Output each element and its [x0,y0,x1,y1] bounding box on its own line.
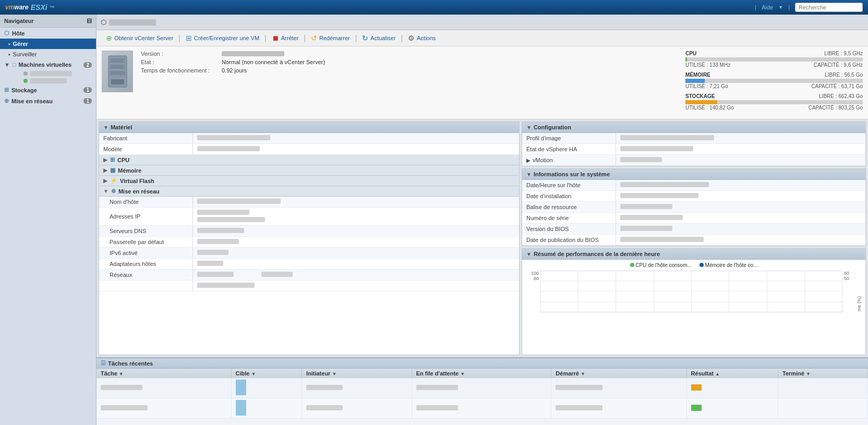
storage-stat-free: LIBRE : 662,43 Go [819,93,863,99]
sidebar-section-storage[interactable]: ⊞ Stockage 1 [0,84,96,95]
networks-value [193,270,519,280]
sidebar-collapse-btn[interactable]: ⊟ [87,17,92,25]
vmotion-expand-icon[interactable]: ▶ [526,157,531,163]
server-image [102,51,133,92]
col-task[interactable]: Tâche ▼ [97,369,231,378]
storage-icon: ⊞ [4,87,9,93]
sort-started-icon: ▼ [581,371,585,377]
gateway-row: Passerelle par défaut [99,237,519,248]
storage-bar-bg [685,100,863,104]
sidebar-header: Navigateur ⊟ [0,15,96,28]
target-cell-2 [231,398,302,419]
cpu-expand-icon[interactable]: ▶ [103,157,107,163]
storage-used: UTILISÉ : 140,82 Go [685,105,734,111]
adapters-label: Adaptateurs hôtes [99,259,193,269]
network-section-label: Mise en réseau [118,188,160,195]
memory-legend-dot [700,263,704,267]
stop-icon: ⏹ [272,34,279,42]
tasks-label: Tâches récentes [108,360,153,367]
create-vm-button[interactable]: ⊞ Créer/Enregistrer une VM [182,32,263,44]
vm2-status-icon [23,79,28,83]
task-cell-2 [97,398,231,419]
manage-icon: ▪ [8,41,10,47]
col-started[interactable]: Démarré ▼ [551,369,686,378]
col-result[interactable]: Résultat ▲ [686,369,778,378]
memory-section-row[interactable]: ▶ ▦ Mémoire [99,165,519,176]
tasks-area: ☰ Tâches récentes Tâche ▼ Cible ▼ [97,357,868,425]
cpu-used: UTILISÉ : 133 MHz [685,62,730,68]
content-header: ⬡ [97,15,868,30]
chart-container: CPU de l'hôte consom... Mémoire de l'hôt… [522,260,865,322]
monitor-label: Surveiller [13,51,37,57]
col-queued[interactable]: En file d'attente ▼ [412,369,551,378]
vm-item-1[interactable] [0,70,96,77]
vms-badge: 2 [83,62,92,68]
config-collapse-icon[interactable]: ▼ [526,125,532,130]
restart-button[interactable]: ↺ Redémarrer [307,32,354,44]
model-label: Modèle [99,144,193,154]
cpu-section-row[interactable]: ▶ ⊞ CPU [99,155,519,165]
top-bar-right: | Aide ▼ | [755,3,863,12]
vflash-section-icon: ⚡ [110,177,117,184]
sidebar-item-monitor[interactable]: ▪ Surveiller [0,49,96,59]
uptime-value: 0.92 jours [222,67,247,74]
help-link[interactable]: Aide [762,4,773,10]
vflash-expand-icon[interactable]: ▶ [103,178,107,184]
memory-expand-icon[interactable]: ▶ [103,167,107,173]
perf-collapse-icon[interactable]: ▼ [526,251,532,257]
vms-icon: □ [13,62,16,68]
search-input[interactable] [795,3,863,12]
cpu-bar-bg [685,57,863,62]
cpu-legend-dot [630,263,634,267]
vmware-logo: vmware [5,4,29,11]
sidebar-section-host[interactable]: ⬡ Hôte [0,28,96,39]
sidebar: Navigateur ⊟ ⬡ Hôte ▪ Gérer ▪ Surveiller… [0,15,97,425]
toolbar: ⊕ Obtenir vCenter Server | ⊞ Créer/Enreg… [97,30,868,46]
sys-info-collapse-icon[interactable]: ▼ [526,172,532,177]
hardware-collapse-icon[interactable]: ▼ [103,125,108,130]
network-expand-icon[interactable]: ▼ [103,188,108,194]
stop-button[interactable]: ⏹ Arrêter [268,32,303,44]
network-label: Mise en réseau [11,98,53,104]
config-panel-title: ▼ Configuration [522,122,865,133]
target-cell-1 [231,378,302,398]
install-date-row: Date d'installation [522,191,865,202]
sidebar-section-network[interactable]: ⊕ Mise en réseau 1 [0,95,96,106]
sort-queued-icon: ▼ [460,371,465,377]
vflash-section-row[interactable]: ▶ ⚡ Virtual Flash [99,176,519,186]
sidebar-section-vms[interactable]: ▼ □ Machines virtuelles 2 [0,59,96,70]
cpu-stat-label: CPU [685,51,696,56]
restart-icon: ↺ [311,34,317,42]
col-finished[interactable]: Terminé ▼ [778,369,867,378]
vmotion-label: ▶ vMotion [522,155,616,165]
svg-point-5 [123,66,125,68]
chart-area [540,271,842,313]
queued-cell-1 [412,378,551,398]
result-cell-1 [686,378,778,398]
chart-y-labels-left: 100 80 [525,271,540,281]
monitor-icon: ▪ [8,52,10,57]
hostname-row: Nom d'hôte [99,197,519,208]
bios-version-label: Version du BIOS [522,224,616,234]
actions-button[interactable]: ⚙ Actions [404,32,440,44]
sort-result-icon: ▲ [715,371,720,377]
sort-target-icon: ▼ [251,371,256,377]
serial-label: Numéro de série [522,213,616,223]
sep3: | [303,34,307,42]
col-target[interactable]: Cible ▼ [231,369,302,378]
refresh-button[interactable]: ↻ Actualiser [358,32,400,44]
obtain-vcenter-button[interactable]: ⊕ Obtenir vCenter Server [102,32,177,44]
network-section-row[interactable]: ▼ ⊕ Mise en réseau [99,186,519,197]
sys-info-title-label: Informations sur le système [534,171,610,177]
adapters-value [193,259,519,269]
storage-bar-fill [685,100,717,104]
gateway-label: Passerelle par défaut [99,237,193,247]
table-row [97,398,868,419]
finished-cell-2 [778,398,867,419]
tasks-table: Tâche ▼ Cible ▼ Initiateur ▼ [97,369,868,419]
col-initiator[interactable]: Initiateur ▼ [302,369,412,378]
model-value [193,144,519,154]
vm-item-2[interactable] [0,77,96,84]
sidebar-item-manage[interactable]: ▪ Gérer [0,39,96,49]
chart-svg [540,271,842,312]
